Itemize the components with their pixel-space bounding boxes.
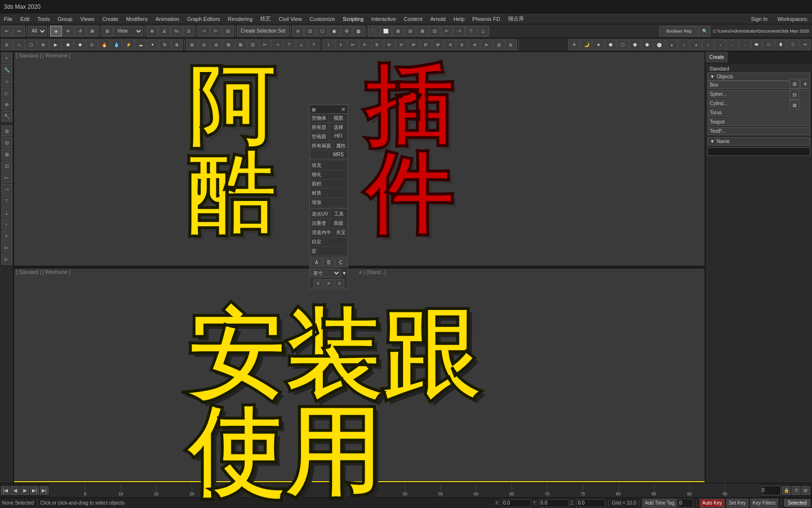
tb-extra5[interactable]: ⊠ <box>417 26 428 36</box>
tb-redo[interactable]: ↪ <box>13 26 25 36</box>
tb2-30[interactable]: ⊩ <box>359 39 371 50</box>
lt-extra7[interactable]: ⊤ <box>1 196 12 206</box>
tb2-r5[interactable]: ⬠ <box>617 39 629 50</box>
tb-render-frame[interactable]: ▦ <box>353 26 365 36</box>
menu-customize[interactable]: Customize <box>306 14 339 24</box>
fp-cell-xuanguangyuv[interactable]: 选光UV <box>310 210 331 218</box>
menu-help[interactable]: Help <box>450 14 469 24</box>
tb2-r16[interactable]: ⬬ <box>751 39 762 50</box>
tb2-32[interactable]: ⊫ <box>384 39 395 50</box>
lt-extra3[interactable]: ⊠ <box>1 149 12 160</box>
lt-extra8[interactable]: ⊥ <box>1 207 12 218</box>
lt-extra12[interactable]: ⊩ <box>1 254 12 265</box>
tb-scale[interactable]: ⊠ <box>87 26 98 36</box>
tb2-23[interactable]: ⊣ <box>271 39 283 50</box>
rp-btn-teapot[interactable]: Teapot <box>707 118 810 126</box>
fp-lang-dropdown-icon[interactable]: ▼ <box>342 271 347 276</box>
fp-fill[interactable]: 填充 <box>310 161 348 170</box>
tl-end[interactable]: ▶| <box>40 486 49 495</box>
create-selection-btn[interactable]: Create Selection Set <box>237 26 289 36</box>
tb-undo[interactable]: ↩ <box>1 26 13 36</box>
menu-rendering[interactable]: Rendering <box>224 14 257 24</box>
tb2-17[interactable]: ⊝ <box>198 39 210 50</box>
status-key-filters[interactable]: Key Filters <box>750 499 778 508</box>
fp-area[interactable]: 面积 <box>310 180 348 189</box>
tb2-1[interactable]: ⊘ <box>1 39 13 50</box>
fp-btn-a[interactable]: A <box>311 258 322 267</box>
tb-extra9[interactable]: ⊤ <box>465 26 477 36</box>
tb2-33[interactable]: ⊬ <box>396 39 407 50</box>
tb2-38[interactable]: ⊱ <box>457 39 468 50</box>
tl-lock[interactable]: 🔒 <box>782 486 791 495</box>
menu-content[interactable]: Content <box>400 14 426 24</box>
fp-cell-suoyouceng[interactable]: 所有层 <box>310 123 329 132</box>
tb2-22[interactable]: ⊢ <box>259 39 271 50</box>
menu-group[interactable]: Group <box>53 14 76 24</box>
tl-play[interactable]: ▶ <box>20 486 29 495</box>
menu-file[interactable]: File <box>0 14 17 24</box>
rp-icon-3[interactable]: ⊠ <box>790 100 799 110</box>
status-y-input[interactable] <box>539 499 568 507</box>
tb-search[interactable]: 🔍 <box>699 26 710 36</box>
fp-cell-zhizhongbian[interactable]: 治重变 <box>310 219 329 228</box>
fp-cell-kongwuti[interactable]: 空物体 <box>310 114 329 123</box>
lt-extra2[interactable]: ⊟ <box>1 137 12 148</box>
fp-cell-shitu[interactable]: 视图 <box>329 114 348 123</box>
status-x-input[interactable] <box>502 499 531 507</box>
tb2-11[interactable]: ⚡ <box>123 39 134 50</box>
tb-extra8[interactable]: ⊣ <box>453 26 465 36</box>
tb2-42[interactable]: ⊵ <box>505 39 517 50</box>
tb2-13[interactable]: ✦ <box>147 39 159 50</box>
tb-mirror[interactable]: ⊣ <box>198 26 210 36</box>
tb-extra4[interactable]: ⊟ <box>405 26 416 36</box>
rp-icon-1[interactable]: ⊞ <box>790 79 799 89</box>
tb2-16[interactable]: ⊗ <box>186 39 198 50</box>
lt-extra10[interactable]: ⊧ <box>1 231 12 241</box>
tb-bool-rep[interactable]: Boolean Rep <box>659 26 698 36</box>
tb-angle-snap[interactable]: ∡ <box>159 26 170 36</box>
menu-tools[interactable]: Tools <box>34 14 54 24</box>
tb-ref-coord[interactable]: ⊞ <box>102 26 113 36</box>
rp-name-input[interactable] <box>707 147 810 156</box>
menu-arnold[interactable]: Arnold <box>426 14 450 24</box>
tb2-26[interactable]: ? <box>308 39 319 50</box>
select-filter[interactable]: All <box>28 26 47 36</box>
tl-frame-input[interactable] <box>761 486 781 495</box>
tb-select[interactable]: ◈ <box>50 26 62 36</box>
tb2-41[interactable]: ⊴ <box>493 39 505 50</box>
tb2-12[interactable]: ☁ <box>135 39 146 50</box>
tl-prev-key[interactable]: ◀ <box>11 486 19 495</box>
tb2-2[interactable]: ☆ <box>13 39 25 50</box>
tb-layer-mgr[interactable]: ⊟ <box>222 26 234 36</box>
tb2-r15[interactable]: ⬫ <box>739 39 750 50</box>
tl-keytime[interactable]: ⏱ <box>792 486 800 495</box>
tb2-4[interactable]: ⊛ <box>37 39 49 50</box>
tb-schematic[interactable]: ⊡ <box>304 26 316 36</box>
fp-material[interactable]: 材质 <box>310 189 348 198</box>
tb2-r8[interactable]: ⬤ <box>653 39 665 50</box>
lt-utilities[interactable]: 🔨 <box>1 111 12 122</box>
timeline-track[interactable]: 5 10 15 20 25 30 35 40 45 50 55 60 65 70… <box>50 483 760 497</box>
fp-scale[interactable]: 缩放 <box>310 198 348 207</box>
fp-nav-next[interactable]: > <box>335 279 344 288</box>
fp-cell-xuanze[interactable]: 选择 <box>329 123 348 132</box>
status-auto-key[interactable]: Auto Key <box>700 499 724 508</box>
tb2-14[interactable]: ❊ <box>159 39 171 50</box>
fp-cell-suoyouhuamian[interactable]: 所有画面 <box>310 142 334 150</box>
tb2-r13[interactable]: ⬩ <box>714 39 726 50</box>
fp-cell-gongju[interactable]: 工具 <box>331 210 348 218</box>
menu-signin[interactable]: Sign In <box>747 16 771 22</box>
tb-curve-editor[interactable]: ⊘ <box>292 26 304 36</box>
fp-cell-qingdaoneiguan[interactable]: 清道内牛 <box>310 228 334 237</box>
fp-cell-konghuamian[interactable]: 空画面 <box>310 132 329 141</box>
menu-graph-editors[interactable]: Graph Editors <box>183 14 224 24</box>
tb2-r4[interactable]: ⬟ <box>605 39 617 50</box>
menu-modifiers[interactable]: Modifiers <box>122 14 152 24</box>
tb2-r14[interactable]: ⬪ <box>726 39 738 50</box>
tb2-40[interactable]: ⊳ <box>481 39 493 50</box>
menu-xuanyi[interactable]: 炫艺 <box>256 14 275 24</box>
tb2-10[interactable]: 💧 <box>110 39 122 50</box>
tb2-3[interactable]: ⬡ <box>25 39 37 50</box>
tb2-18[interactable]: ⊜ <box>211 39 222 50</box>
menu-animation[interactable]: Animation <box>152 14 183 24</box>
